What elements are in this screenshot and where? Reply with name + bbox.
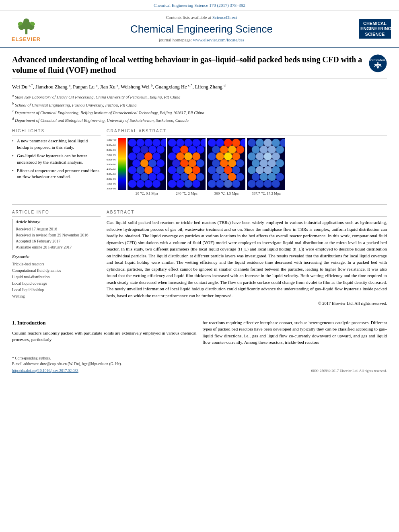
svg-point-48 xyxy=(180,146,188,154)
svg-point-14 xyxy=(144,139,152,147)
svg-point-57 xyxy=(188,159,196,167)
svg-point-92 xyxy=(232,166,240,174)
svg-point-23 xyxy=(144,152,152,160)
received-date: Received 17 August 2016 xyxy=(16,226,101,232)
journal-title: Chemical Engineering Science xyxy=(44,22,359,36)
section-divider-1 xyxy=(12,204,387,205)
elsevier-logo: ELSEVIER xyxy=(8,15,44,43)
svg-point-36 xyxy=(156,173,165,181)
svg-point-28 xyxy=(156,159,165,167)
svg-point-47 xyxy=(172,146,180,154)
svg-point-107 xyxy=(252,146,260,154)
svg-point-93 xyxy=(212,173,220,181)
keywords-section: Keywords: Trickle-bed reactors Computati… xyxy=(12,254,101,300)
highlights-graphical-section: HIGHLIGHTS A new parameter describing lo… xyxy=(12,128,387,200)
issn-text: 0009-2509/© 2017 Elsevier Ltd. All right… xyxy=(311,368,387,374)
svg-point-95 xyxy=(228,173,236,181)
svg-point-124 xyxy=(260,173,268,181)
affiliation-d: d Department of Chemical and Biological … xyxy=(12,116,387,123)
graphical-abstract-images: 1.00e+00 9.00e-01 8.00e-01 7.00e-01 6.00… xyxy=(107,138,387,196)
svg-point-65 xyxy=(188,173,196,181)
svg-point-26 xyxy=(140,159,148,167)
highlights-label: HIGHLIGHTS xyxy=(12,128,101,136)
ces-logo-box: CHEMICAL ENGINEERING SCIENCE xyxy=(359,19,391,39)
keyword-1: Trickle-bed reactors xyxy=(12,261,101,267)
sim-image-4-wrap: 387.7 ℃, 17.2 Mpa xyxy=(247,138,285,196)
svg-point-24 xyxy=(152,152,160,160)
svg-point-129 xyxy=(264,180,272,188)
intro-col-left: 1. Introduction Column reactors randomly… xyxy=(12,319,197,346)
graphical-abstract: GRAPHICAL ABSTRACT 1.00e+00 9.00e-01 8.0… xyxy=(107,128,387,196)
svg-point-39 xyxy=(144,180,152,188)
svg-point-15 xyxy=(152,139,160,147)
graphical-abstract-label: GRAPHICAL ABSTRACT xyxy=(107,128,387,136)
article-content: Advanced understanding of local wetting … xyxy=(0,48,399,352)
intro-heading: 1. Introduction xyxy=(12,319,197,327)
svg-point-120 xyxy=(256,166,264,174)
doi-link[interactable]: http://dx.doi.org/10.1016/j.ces.2017.02.… xyxy=(12,368,78,374)
svg-point-114 xyxy=(272,152,280,160)
keywords-list: Trickle-bed reactors Computational fluid… xyxy=(12,261,101,300)
affiliation-a: a State Key Laboratory of Heavy Oil Proc… xyxy=(12,93,387,100)
crossmark-icon: CrossMark xyxy=(369,54,387,72)
left-column: HIGHLIGHTS A new parameter describing lo… xyxy=(12,128,101,200)
svg-point-118 xyxy=(276,159,284,167)
svg-point-53 xyxy=(184,152,192,160)
svg-point-78 xyxy=(220,146,228,154)
svg-point-38 xyxy=(136,180,144,188)
authors-line: Wei Du a,*, Jianzhou Zhang a, Panpan Lu … xyxy=(12,83,387,91)
abstract-column: ABSTRACT Gas–liquid–solid packed bed rea… xyxy=(107,210,387,311)
sim-image-3 xyxy=(207,138,245,190)
svg-point-80 xyxy=(236,146,244,154)
svg-point-108 xyxy=(260,146,268,154)
journal-header: ELSEVIER Contents lists available at Sci… xyxy=(0,10,399,48)
article-title: Advanced understanding of local wetting … xyxy=(12,54,369,75)
svg-point-13 xyxy=(136,139,144,147)
svg-point-104 xyxy=(264,139,272,147)
svg-point-72 xyxy=(208,139,216,147)
svg-point-75 xyxy=(232,139,240,147)
article-history-title: Article history: xyxy=(16,219,101,225)
ces-logo-title: CHEMICAL ENGINEERING SCIENCE xyxy=(360,21,389,37)
crossmark-badge[interactable]: CrossMark xyxy=(369,54,387,72)
abstract-label: ABSTRACT xyxy=(107,210,387,217)
svg-point-121 xyxy=(264,166,272,174)
svg-point-97 xyxy=(208,180,216,188)
journal-homepage-link[interactable]: www.elsevier.com/locate/ces xyxy=(193,37,245,42)
sim-caption-2: 240 ℃, 2 Mpa xyxy=(176,191,197,196)
svg-point-67 xyxy=(168,180,176,188)
sciencedirect-link[interactable]: ScienceDirect xyxy=(212,15,237,20)
svg-point-84 xyxy=(232,152,240,160)
svg-point-96 xyxy=(236,173,244,181)
article-history-section: Article history: Received 17 August 2016… xyxy=(12,219,101,250)
article-info-abstract-section: ARTICLE INFO Article history: Received 1… xyxy=(12,210,387,311)
intro-para-1: Column reactors randomly packed with par… xyxy=(12,330,197,343)
svg-point-44 xyxy=(184,139,192,147)
svg-point-128 xyxy=(256,180,264,188)
section-divider-2 xyxy=(12,315,387,315)
svg-point-110 xyxy=(276,146,284,154)
svg-point-66 xyxy=(196,173,204,181)
svg-point-73 xyxy=(216,139,224,147)
keyword-2: Computational fluid dynamics xyxy=(12,267,101,274)
colorbar xyxy=(118,138,126,190)
svg-point-59 xyxy=(168,166,176,174)
journal-header-center: Contents lists available at ScienceDirec… xyxy=(44,14,359,43)
svg-point-51 xyxy=(168,152,176,160)
abstract-section: ABSTRACT Gas–liquid–solid packed bed rea… xyxy=(107,210,387,307)
intro-col-right: for reactions requiring effective interp… xyxy=(203,319,387,346)
svg-point-103 xyxy=(256,139,264,147)
svg-point-86 xyxy=(220,159,228,167)
svg-point-89 xyxy=(208,166,216,174)
svg-point-130 xyxy=(272,180,280,188)
svg-point-35 xyxy=(148,173,156,181)
received-revised-date: Received in revised form 29 November 201… xyxy=(16,232,101,238)
sim-image-1 xyxy=(128,138,166,190)
svg-point-64 xyxy=(180,173,188,181)
sim-image-2-wrap: 240 ℃, 2 Mpa xyxy=(167,138,206,196)
svg-point-70 xyxy=(192,180,200,188)
svg-point-52 xyxy=(176,152,184,160)
affiliations: a State Key Laboratory of Heavy Oil Proc… xyxy=(12,93,387,123)
svg-point-37 xyxy=(128,180,136,188)
highlight-item-1: A new parameter describing local liquid … xyxy=(12,138,101,150)
